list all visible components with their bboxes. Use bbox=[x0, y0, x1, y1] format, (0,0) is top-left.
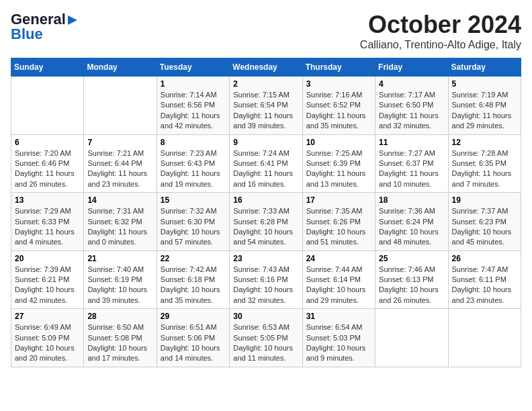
col-header-monday: Monday bbox=[84, 58, 157, 77]
location: Calliano, Trentino-Alto Adige, Italy bbox=[360, 39, 521, 51]
day-info: Sunrise: 7:25 AM Sunset: 6:39 PM Dayligh… bbox=[306, 148, 371, 190]
calendar-cell bbox=[375, 309, 448, 367]
day-info: Sunrise: 7:17 AM Sunset: 6:50 PM Dayligh… bbox=[379, 90, 444, 132]
calendar-cell bbox=[11, 77, 84, 135]
day-number: 8 bbox=[161, 138, 226, 147]
day-info: Sunrise: 6:49 AM Sunset: 5:09 PM Dayligh… bbox=[15, 322, 80, 364]
calendar-cell: 30Sunrise: 6:53 AM Sunset: 5:05 PM Dayli… bbox=[230, 309, 302, 367]
day-info: Sunrise: 7:46 AM Sunset: 6:13 PM Dayligh… bbox=[379, 265, 444, 306]
calendar-cell: 24Sunrise: 7:44 AM Sunset: 6:14 PM Dayli… bbox=[302, 250, 375, 309]
day-number: 19 bbox=[452, 195, 517, 205]
day-info: Sunrise: 6:50 AM Sunset: 5:08 PM Dayligh… bbox=[87, 322, 152, 364]
col-header-saturday: Saturday bbox=[448, 58, 521, 77]
day-number: 20 bbox=[15, 254, 80, 263]
day-number: 31 bbox=[306, 312, 371, 321]
day-info: Sunrise: 7:16 AM Sunset: 6:52 PM Dayligh… bbox=[306, 90, 371, 132]
day-number: 29 bbox=[161, 312, 226, 321]
day-info: Sunrise: 7:47 AM Sunset: 6:11 PM Dayligh… bbox=[452, 265, 517, 306]
calendar-cell: 7Sunrise: 7:21 AM Sunset: 6:44 PM Daylig… bbox=[84, 134, 157, 193]
day-info: Sunrise: 6:51 AM Sunset: 5:06 PM Dayligh… bbox=[161, 322, 226, 364]
day-number: 15 bbox=[161, 195, 226, 205]
day-number: 16 bbox=[233, 195, 298, 205]
calendar-cell: 29Sunrise: 6:51 AM Sunset: 5:06 PM Dayli… bbox=[157, 309, 229, 367]
day-number: 6 bbox=[15, 138, 80, 147]
day-number: 3 bbox=[306, 79, 371, 89]
calendar-cell: 17Sunrise: 7:35 AM Sunset: 6:26 PM Dayli… bbox=[302, 193, 375, 251]
day-number: 5 bbox=[452, 79, 517, 89]
day-info: Sunrise: 7:43 AM Sunset: 6:16 PM Dayligh… bbox=[233, 265, 298, 306]
logo-blue: Blue bbox=[11, 26, 43, 43]
calendar-cell: 19Sunrise: 7:37 AM Sunset: 6:23 PM Dayli… bbox=[448, 193, 521, 251]
col-header-tuesday: Tuesday bbox=[157, 58, 229, 77]
calendar-table: SundayMondayTuesdayWednesdayThursdayFrid… bbox=[11, 58, 521, 367]
day-info: Sunrise: 7:27 AM Sunset: 6:37 PM Dayligh… bbox=[379, 148, 444, 190]
day-info: Sunrise: 7:37 AM Sunset: 6:23 PM Dayligh… bbox=[452, 206, 517, 248]
col-header-sunday: Sunday bbox=[11, 58, 84, 77]
day-number: 1 bbox=[161, 79, 226, 89]
day-info: Sunrise: 7:29 AM Sunset: 6:33 PM Dayligh… bbox=[15, 206, 80, 248]
day-info: Sunrise: 7:15 AM Sunset: 6:54 PM Dayligh… bbox=[233, 90, 298, 132]
col-header-wednesday: Wednesday bbox=[230, 58, 302, 77]
day-number: 25 bbox=[379, 254, 444, 263]
calendar-cell bbox=[84, 77, 157, 135]
day-info: Sunrise: 7:32 AM Sunset: 6:30 PM Dayligh… bbox=[161, 206, 226, 248]
calendar-cell: 25Sunrise: 7:46 AM Sunset: 6:13 PM Dayli… bbox=[375, 250, 448, 309]
calendar-cell: 10Sunrise: 7:25 AM Sunset: 6:39 PM Dayli… bbox=[302, 134, 375, 193]
calendar-cell: 22Sunrise: 7:42 AM Sunset: 6:18 PM Dayli… bbox=[157, 250, 229, 309]
svg-marker-0 bbox=[68, 15, 77, 25]
day-number: 7 bbox=[87, 138, 152, 147]
calendar-cell: 8Sunrise: 7:23 AM Sunset: 6:43 PM Daylig… bbox=[157, 134, 229, 193]
day-info: Sunrise: 7:14 AM Sunset: 6:56 PM Dayligh… bbox=[161, 90, 226, 132]
day-number: 12 bbox=[452, 138, 517, 147]
day-info: Sunrise: 7:24 AM Sunset: 6:41 PM Dayligh… bbox=[233, 148, 298, 190]
calendar-cell: 15Sunrise: 7:32 AM Sunset: 6:30 PM Dayli… bbox=[157, 193, 229, 251]
calendar-cell: 6Sunrise: 7:20 AM Sunset: 6:46 PM Daylig… bbox=[11, 134, 84, 193]
logo-arrow-icon bbox=[66, 14, 79, 26]
calendar-cell: 13Sunrise: 7:29 AM Sunset: 6:33 PM Dayli… bbox=[11, 193, 84, 251]
month-title: October 2024 bbox=[360, 11, 521, 39]
day-number: 18 bbox=[379, 195, 444, 205]
day-number: 4 bbox=[379, 79, 444, 89]
day-info: Sunrise: 7:28 AM Sunset: 6:35 PM Dayligh… bbox=[452, 148, 517, 190]
col-header-thursday: Thursday bbox=[302, 58, 375, 77]
day-info: Sunrise: 7:20 AM Sunset: 6:46 PM Dayligh… bbox=[15, 148, 80, 190]
day-info: Sunrise: 7:35 AM Sunset: 6:26 PM Dayligh… bbox=[306, 206, 371, 248]
col-header-friday: Friday bbox=[375, 58, 448, 77]
calendar-cell: 21Sunrise: 7:40 AM Sunset: 6:19 PM Dayli… bbox=[84, 250, 157, 309]
day-info: Sunrise: 7:42 AM Sunset: 6:18 PM Dayligh… bbox=[161, 265, 226, 306]
calendar-cell: 2Sunrise: 7:15 AM Sunset: 6:54 PM Daylig… bbox=[230, 77, 302, 135]
calendar-cell: 27Sunrise: 6:49 AM Sunset: 5:09 PM Dayli… bbox=[11, 309, 84, 367]
day-number: 22 bbox=[161, 254, 226, 263]
calendar-cell: 23Sunrise: 7:43 AM Sunset: 6:16 PM Dayli… bbox=[230, 250, 302, 309]
calendar-cell: 4Sunrise: 7:17 AM Sunset: 6:50 PM Daylig… bbox=[375, 77, 448, 135]
day-info: Sunrise: 6:54 AM Sunset: 5:03 PM Dayligh… bbox=[306, 322, 371, 364]
page-header: General Blue October 2024 Calliano, Tren… bbox=[11, 11, 521, 51]
day-info: Sunrise: 7:23 AM Sunset: 6:43 PM Dayligh… bbox=[161, 148, 226, 190]
calendar-cell: 9Sunrise: 7:24 AM Sunset: 6:41 PM Daylig… bbox=[230, 134, 302, 193]
day-number: 10 bbox=[306, 138, 371, 147]
calendar-cell: 16Sunrise: 7:33 AM Sunset: 6:28 PM Dayli… bbox=[230, 193, 302, 251]
day-number: 23 bbox=[233, 254, 298, 263]
day-info: Sunrise: 7:33 AM Sunset: 6:28 PM Dayligh… bbox=[233, 206, 298, 248]
day-info: Sunrise: 7:39 AM Sunset: 6:21 PM Dayligh… bbox=[15, 265, 80, 306]
day-number: 14 bbox=[87, 195, 152, 205]
day-number: 2 bbox=[233, 79, 298, 89]
day-number: 17 bbox=[306, 195, 371, 205]
calendar-cell: 31Sunrise: 6:54 AM Sunset: 5:03 PM Dayli… bbox=[302, 309, 375, 367]
calendar-cell: 14Sunrise: 7:31 AM Sunset: 6:32 PM Dayli… bbox=[84, 193, 157, 251]
calendar-cell bbox=[448, 309, 521, 367]
calendar-cell: 3Sunrise: 7:16 AM Sunset: 6:52 PM Daylig… bbox=[302, 77, 375, 135]
day-info: Sunrise: 7:44 AM Sunset: 6:14 PM Dayligh… bbox=[306, 265, 371, 306]
day-number: 21 bbox=[87, 254, 152, 263]
day-number: 30 bbox=[233, 312, 298, 321]
day-number: 27 bbox=[15, 312, 80, 321]
calendar-cell: 5Sunrise: 7:19 AM Sunset: 6:48 PM Daylig… bbox=[448, 77, 521, 135]
day-number: 13 bbox=[15, 195, 80, 205]
day-number: 24 bbox=[306, 254, 371, 263]
day-info: Sunrise: 7:19 AM Sunset: 6:48 PM Dayligh… bbox=[452, 90, 517, 132]
calendar-cell: 11Sunrise: 7:27 AM Sunset: 6:37 PM Dayli… bbox=[375, 134, 448, 193]
calendar-cell: 20Sunrise: 7:39 AM Sunset: 6:21 PM Dayli… bbox=[11, 250, 84, 309]
day-info: Sunrise: 7:31 AM Sunset: 6:32 PM Dayligh… bbox=[87, 206, 152, 248]
calendar-cell: 26Sunrise: 7:47 AM Sunset: 6:11 PM Dayli… bbox=[448, 250, 521, 309]
day-number: 28 bbox=[87, 312, 152, 321]
